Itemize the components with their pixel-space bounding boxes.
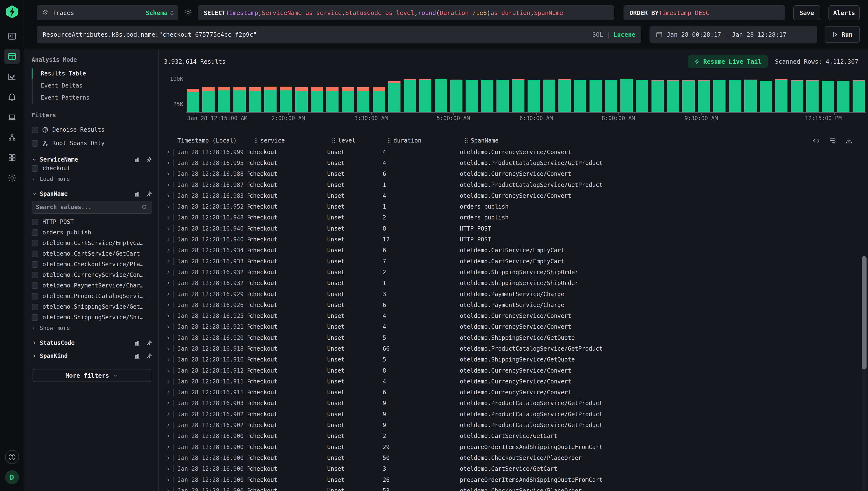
sql-mode-option[interactable]: SQL (592, 31, 603, 38)
histogram-bar[interactable] (605, 80, 617, 112)
table-row[interactable]: Jan 28 12:28:16.916 PM checkout Unset 5 … (164, 354, 868, 365)
service-map-icon[interactable] (4, 130, 20, 145)
histogram-bar[interactable] (388, 81, 400, 112)
facet-value-item[interactable]: oteldemo.ShippingService/Get… (32, 301, 152, 312)
drag-handle-icon[interactable] (254, 138, 258, 144)
facet-value-item[interactable]: oteldemo.CheckoutService/Pla… (32, 259, 152, 270)
histogram-bar[interactable] (403, 79, 416, 112)
histogram-bar[interactable] (698, 80, 710, 112)
facet-value-checkbox[interactable] (32, 272, 38, 278)
facet-value-item[interactable]: oteldemo.CartService/GetCart (32, 249, 152, 259)
table-scrollbar-thumb[interactable] (862, 256, 867, 370)
histogram-bar[interactable] (543, 80, 555, 112)
table-row[interactable]: Jan 28 12:28:16.987 PM checkout Unset 1 … (164, 179, 868, 190)
histogram-bar[interactable] (852, 80, 865, 112)
histogram-bar[interactable] (590, 80, 602, 112)
facet-value-checkbox[interactable] (32, 251, 38, 257)
chart-explorer-icon[interactable] (4, 69, 20, 84)
schema-label[interactable]: Schema (146, 9, 168, 17)
table-row[interactable]: Jan 28 12:28:16.932 PM checkout Unset 1 … (164, 278, 868, 289)
table-row[interactable]: Jan 28 12:28:16.918 PM checkout Unset 66… (164, 343, 868, 354)
facet-value-checkbox[interactable] (32, 314, 38, 321)
facet-servicename-header[interactable]: ServiceName (32, 156, 152, 163)
histogram-bar[interactable] (775, 79, 787, 112)
facet-spanname-header[interactable]: SpanName (32, 191, 152, 197)
table-row[interactable]: Jan 28 12:28:16.900 PM checkout Unset 3 … (164, 463, 868, 474)
histogram-bar[interactable] (652, 80, 664, 112)
histogram-bar[interactable] (806, 80, 818, 112)
column-header-spanname[interactable]: SpanName (465, 137, 868, 144)
facet-pin-icon[interactable] (146, 353, 152, 359)
facet-value-item[interactable]: oteldemo.CartService/EmptyCa… (32, 238, 152, 249)
facet-chart-icon[interactable] (134, 191, 140, 197)
table-row[interactable]: Jan 28 12:28:16.925 PM checkout Unset 4 … (164, 310, 868, 321)
facet-pin-icon[interactable] (146, 340, 152, 346)
column-header-level[interactable]: level (332, 137, 387, 144)
histogram-bar[interactable] (822, 81, 834, 112)
histogram-bar[interactable] (574, 80, 586, 112)
settings-gear-icon[interactable] (4, 170, 20, 186)
histogram-bar[interactable] (682, 80, 695, 112)
histogram-bar[interactable] (326, 87, 338, 112)
table-row[interactable]: Jan 28 12:28:16.921 PM checkout Unset 4 … (164, 321, 868, 332)
drag-handle-icon[interactable] (387, 138, 391, 144)
run-button[interactable]: Run (825, 26, 860, 43)
table-row[interactable]: Jan 28 12:28:16.900 PM checkout Unset 53… (164, 485, 868, 491)
alerts-button[interactable]: Alerts (829, 5, 860, 20)
facet-value-checkbox[interactable] (32, 261, 38, 268)
user-avatar[interactable]: D (5, 470, 19, 484)
histogram-bar[interactable] (497, 80, 509, 112)
histogram-bar[interactable] (713, 80, 725, 112)
code-view-icon[interactable] (812, 137, 820, 144)
more-filters-button[interactable]: More filters (33, 369, 151, 382)
root-spans-checkbox[interactable] (32, 140, 38, 147)
table-row[interactable]: Jan 28 12:28:16.911 PM checkout Unset 4 … (164, 376, 868, 387)
facet-value-checkbox[interactable] (32, 304, 38, 310)
table-row[interactable]: Jan 28 12:28:16.934 PM checkout Unset 6 … (164, 245, 868, 256)
analysis-mode-item[interactable]: Event Deltas (33, 80, 152, 92)
column-header-service[interactable]: service (254, 137, 332, 144)
alerts-bell-icon[interactable] (4, 89, 20, 105)
table-row[interactable]: Jan 28 12:28:16.920 PM checkout Unset 5 … (164, 332, 868, 343)
facet-chart-icon[interactable] (134, 353, 140, 359)
help-icon[interactable] (5, 450, 19, 464)
facet-statuscode-header[interactable]: StatusCode (32, 340, 152, 346)
denoise-results-checkbox[interactable] (32, 126, 38, 133)
drag-handle-icon[interactable] (332, 138, 336, 144)
facet-value-checkbox[interactable] (32, 165, 38, 172)
table-row[interactable]: Jan 28 12:28:16.900 PM checkout Unset 50… (164, 453, 868, 463)
hyperdx-logo-icon[interactable] (5, 4, 20, 19)
histogram-bar[interactable] (373, 87, 385, 112)
analysis-mode-item[interactable]: Results Table (33, 67, 152, 80)
table-scrollbar[interactable] (862, 256, 867, 491)
table-row[interactable]: Jan 28 12:28:16.995 PM checkout Unset 4 … (164, 157, 868, 168)
table-row[interactable]: Jan 28 12:28:16.903 PM checkout Unset 9 … (164, 398, 868, 409)
histogram-bar[interactable] (202, 87, 215, 112)
table-row[interactable]: Jan 28 12:28:16.983 PM checkout Unset 4 … (164, 190, 868, 201)
query-language-toggle[interactable]: SQL | Lucene (592, 31, 635, 38)
histogram-bar[interactable] (559, 79, 571, 112)
facet-chart-icon[interactable] (134, 156, 140, 163)
table-row[interactable]: Jan 28 12:28:16.900 PM checkout Unset 26… (164, 474, 868, 485)
histogram-bar[interactable] (264, 87, 276, 112)
table-row[interactable]: Jan 28 12:28:16.902 PM checkout Unset 9 … (164, 420, 868, 431)
facet-value-item[interactable]: orders publish (32, 227, 152, 238)
histogram-bar[interactable] (295, 87, 308, 112)
histogram-bar[interactable] (342, 87, 354, 112)
histogram-bar[interactable] (636, 80, 648, 112)
facet-search-input[interactable]: Search values... (32, 201, 152, 214)
histogram-bar[interactable] (481, 80, 493, 112)
histogram-bar[interactable] (466, 80, 478, 112)
histogram-bar[interactable] (512, 79, 525, 112)
save-button[interactable]: Save (793, 5, 820, 20)
histogram-bar[interactable] (760, 81, 772, 112)
resume-live-tail-button[interactable]: Resume Live Tail (688, 55, 768, 68)
source-select-dropdown[interactable]: Traces Schema (37, 5, 178, 20)
search-results-table-icon[interactable] (4, 49, 20, 64)
table-row[interactable]: Jan 28 12:28:16.999 PM checkout Unset 4 … (164, 147, 868, 157)
histogram-bar[interactable] (233, 87, 246, 112)
download-icon[interactable] (845, 137, 852, 144)
histogram-bar[interactable] (435, 79, 447, 112)
facet-pin-icon[interactable] (146, 191, 152, 197)
facet-value-item[interactable]: oteldemo.CurrencyService/Con… (32, 270, 152, 280)
